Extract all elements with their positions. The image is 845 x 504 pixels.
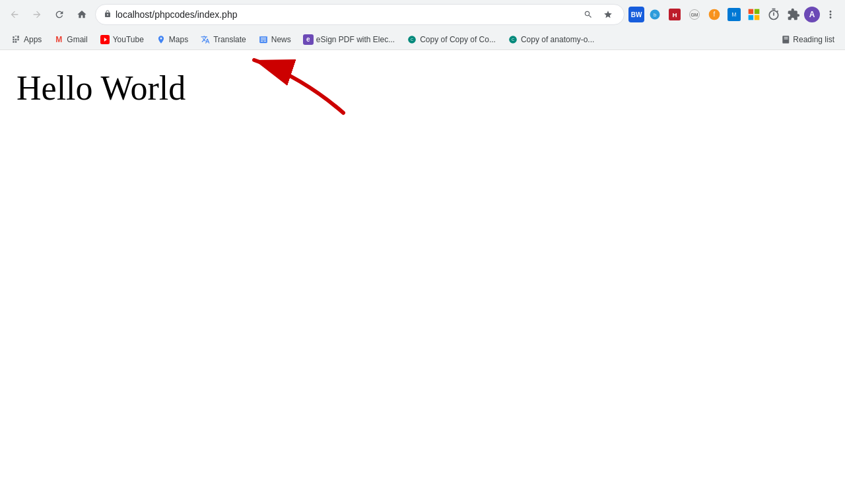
- bookmarks-bar: Apps M Gmail YouTube Maps Translate: [0, 29, 845, 50]
- page-heading: Hello World: [17, 69, 828, 108]
- search-icon-btn[interactable]: [580, 7, 596, 22]
- reading-list-label: Reading list: [793, 35, 834, 44]
- nav-bar: BW b H GM f M: [0, 0, 845, 29]
- bookmark-star-icon[interactable]: [600, 7, 616, 22]
- fancy-extension-icon[interactable]: f: [705, 5, 724, 24]
- bookmark-copy1-label: Copy of Copy of Co...: [420, 35, 496, 44]
- bookmark-copy1[interactable]: C Copy of Copy of Co...: [401, 32, 501, 47]
- bookmark-youtube-label: YouTube: [113, 35, 144, 44]
- script-extension-icon[interactable]: GM: [685, 5, 704, 24]
- esign-favicon: e: [303, 34, 314, 45]
- svg-text:b: b: [654, 12, 656, 18]
- translate-favicon: [200, 34, 211, 45]
- svg-rect-10: [749, 9, 754, 15]
- bookmark-maps[interactable]: Maps: [151, 32, 193, 47]
- bookmark-translate-label: Translate: [213, 35, 246, 44]
- svg-text:f: f: [714, 11, 716, 18]
- timer-extension-icon[interactable]: [764, 5, 783, 24]
- bitwarden-extension-icon[interactable]: BW: [628, 7, 644, 22]
- bookmark-gmail[interactable]: M Gmail: [48, 32, 92, 47]
- browsec-extension-icon[interactable]: b: [646, 5, 664, 24]
- svg-text:M: M: [732, 11, 737, 18]
- svg-rect-12: [749, 15, 754, 20]
- svg-rect-13: [755, 15, 760, 20]
- home-button[interactable]: [73, 5, 91, 24]
- bookmark-translate[interactable]: Translate: [195, 32, 252, 47]
- forward-button[interactable]: [28, 5, 46, 24]
- ms-extension-icon[interactable]: M: [725, 5, 743, 24]
- address-bar[interactable]: [95, 4, 625, 25]
- page-content: Hello World: [0, 50, 845, 504]
- reload-button[interactable]: [50, 5, 69, 24]
- bookmark-news-label: News: [271, 35, 291, 44]
- news-favicon: [258, 34, 269, 45]
- hypothesis-extension-icon[interactable]: H: [665, 5, 684, 24]
- bookmark-copy2[interactable]: C Copy of anatomy-o...: [502, 32, 599, 47]
- bookmark-gmail-label: Gmail: [67, 35, 87, 44]
- extensions-icon[interactable]: [784, 5, 803, 24]
- bookmark-news[interactable]: News: [253, 32, 296, 47]
- youtube-favicon: [100, 34, 110, 45]
- browser-chrome: BW b H GM f M: [0, 0, 845, 504]
- bookmark-copy2-label: Copy of anatomy-o...: [521, 35, 594, 44]
- more-menu-button[interactable]: [821, 5, 840, 24]
- bookmark-esign-label: eSign PDF with Elec...: [316, 35, 395, 44]
- back-button[interactable]: [5, 5, 24, 24]
- maps-favicon: [156, 34, 166, 45]
- svg-text:GM: GM: [691, 13, 698, 17]
- gmail-favicon: M: [53, 34, 64, 45]
- copy1-favicon: C: [407, 34, 417, 45]
- toolbar-icons: BW b H GM f M: [628, 5, 840, 24]
- svg-rect-11: [755, 9, 760, 15]
- bookmark-esign[interactable]: e eSign PDF with Elec...: [298, 32, 400, 47]
- lock-icon: [104, 9, 112, 20]
- bookmark-maps-label: Maps: [169, 35, 188, 44]
- bookmark-youtube[interactable]: YouTube: [94, 32, 149, 47]
- svg-text:C: C: [411, 38, 413, 42]
- svg-text:C: C: [512, 38, 514, 42]
- svg-text:H: H: [672, 11, 677, 18]
- apps-favicon: [11, 34, 21, 45]
- bookmark-apps[interactable]: Apps: [5, 32, 47, 47]
- ms-colorful-icon[interactable]: [745, 5, 763, 24]
- reading-list-button[interactable]: Reading list: [776, 33, 840, 46]
- url-input[interactable]: [116, 9, 576, 20]
- profile-avatar[interactable]: A: [804, 7, 820, 22]
- copy2-favicon: C: [508, 34, 518, 45]
- bookmark-apps-label: Apps: [24, 35, 42, 44]
